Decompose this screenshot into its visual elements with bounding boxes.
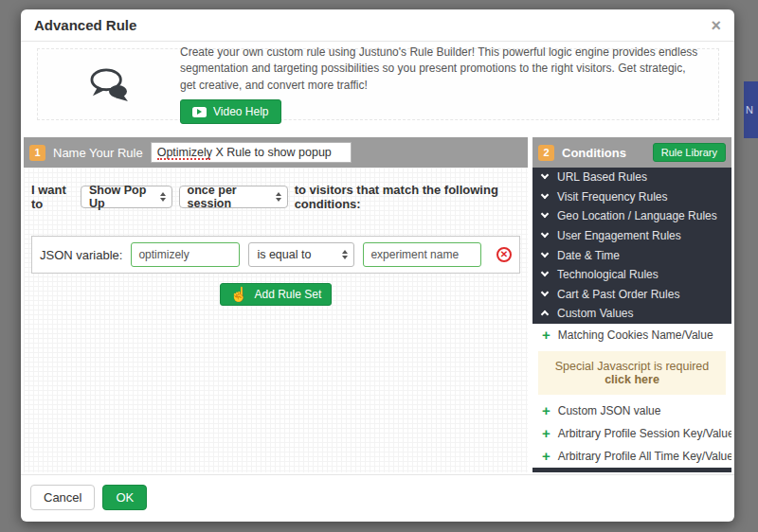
item-label: Matching Cookies Name/Value <box>558 328 713 342</box>
category-technological-rules[interactable]: Technological Rules <box>532 265 731 285</box>
comparison-value-input[interactable] <box>363 242 481 267</box>
category-label: Visit Frequency Rules <box>557 190 668 204</box>
item-label: Arbitrary Profile Session Key/Value <box>558 427 731 440</box>
hand-pointer-icon: ☝ <box>230 288 248 301</box>
category-geo-location-language-rules[interactable]: Geo Location / Language Rules <box>532 206 731 226</box>
category-label: User Engagement Rules <box>557 229 681 242</box>
chevron-down-icon <box>541 249 549 257</box>
select-stepper-icon <box>160 192 166 202</box>
select-stepper-icon <box>342 250 348 259</box>
dialog-title: Advanced Rule <box>34 17 136 33</box>
main-content: 1 Name Your Rule I want to Show Pop Up o… <box>24 137 731 472</box>
spellcheck-squiggle <box>157 158 210 160</box>
item-label: Arbitrary Profile All Time Key/Value <box>558 450 731 463</box>
step-2-badge: 2 <box>538 145 554 161</box>
category-custom-values[interactable]: Custom Values <box>532 304 731 324</box>
add-rule-set-button[interactable]: ☝ Add Rule Set <box>220 283 332 306</box>
notice-click-here-link[interactable]: click here <box>605 373 659 386</box>
advanced-rule-dialog: Advanced Rule × Create your own custom r… <box>21 9 734 522</box>
dialog-header: Advanced Rule × <box>21 9 734 42</box>
rule-builder-panel: 1 Name Your Rule I want to Show Pop Up o… <box>24 137 528 472</box>
category-label: Geo Location / Language Rules <box>557 209 717 222</box>
frequency-select[interactable]: once per session <box>179 186 288 208</box>
delete-rule-icon[interactable]: ✕ <box>496 247 512 262</box>
name-rule-label: Name Your Rule <box>53 146 143 160</box>
conditions-title: Conditions <box>562 146 626 160</box>
speech-bubbles-icon <box>87 66 131 102</box>
action-select-value: Show Pop Up <box>89 184 153 210</box>
select-stepper-icon <box>276 192 281 202</box>
category-label: Technological Rules <box>557 268 659 281</box>
video-help-label: Video Help <box>213 105 269 118</box>
conditions-list: URL Based Rules Visit Frequency Rules Ge… <box>532 168 731 472</box>
chevron-down-icon <box>541 210 549 218</box>
cancel-button[interactable]: Cancel <box>30 485 95 510</box>
rule-library-button[interactable]: Rule Library <box>653 143 726 162</box>
rule-canvas: I want to Show Pop Up once per session t… <box>24 168 528 472</box>
category-date-time[interactable]: Date & Time <box>532 245 731 265</box>
item-matching-cookies[interactable]: + Matching Cookies Name/Value <box>532 324 731 346</box>
frequency-select-value: once per session <box>188 184 268 210</box>
add-rule-set-label: Add Rule Set <box>255 288 322 301</box>
intro-text-column: Create your own custom rule using Justun… <box>180 44 718 124</box>
name-rule-header: 1 Name Your Rule <box>24 137 528 168</box>
item-arbitrary-profile-all-time[interactable]: + Arbitrary Profile All Time Key/Value <box>532 445 731 468</box>
custom-values-section: + Matching Cookies Name/Value Special Ja… <box>532 324 731 468</box>
conditions-panel: 2 Conditions Rule Library URL Based Rule… <box>532 137 731 472</box>
rule-row-label: JSON variable: <box>40 248 122 262</box>
operator-select-value: is equal to <box>257 248 311 261</box>
item-label: Custom JSON value <box>558 404 661 417</box>
category-user-engagement-rules[interactable]: User Engagement Rules <box>532 226 731 246</box>
javascript-notice: Special Javascript is required click her… <box>538 351 726 395</box>
chevron-down-icon <box>541 269 549 276</box>
dialog-footer: Cancel OK <box>21 474 734 522</box>
plus-icon: + <box>542 405 550 417</box>
plus-icon: + <box>542 428 550 439</box>
plus-icon: + <box>542 451 550 462</box>
chevron-up-icon <box>541 310 549 318</box>
json-variable-input[interactable] <box>131 242 240 267</box>
category-url-based-rules[interactable]: URL Based Rules <box>532 168 731 187</box>
chevron-down-icon <box>541 289 549 296</box>
conditions-header: 2 Conditions Rule Library <box>532 137 731 168</box>
item-custom-json-value[interactable]: + Custom JSON value <box>532 399 731 422</box>
item-arbitrary-profile-session[interactable]: + Arbitrary Profile Session Key/Value <box>532 422 731 445</box>
intro-icon-column <box>38 66 180 102</box>
intro-box: Create your own custom rule using Justun… <box>37 48 719 120</box>
chevron-down-icon <box>541 191 549 199</box>
add-rule-row: ☝ Add Rule Set <box>24 283 528 306</box>
category-label: Date & Time <box>557 249 620 262</box>
video-play-icon <box>192 107 207 117</box>
video-help-button[interactable]: Video Help <box>180 99 281 124</box>
category-label: Custom Values <box>557 307 633 320</box>
plus-icon: + <box>542 329 550 341</box>
operator-select[interactable]: is equal to <box>248 242 354 267</box>
category-visit-frequency-rules[interactable]: Visit Frequency Rules <box>532 187 731 207</box>
step-1-badge: 1 <box>29 145 45 161</box>
category-cart-past-order-rules[interactable]: Cart & Past Order Rules <box>532 285 731 305</box>
background-page-fragment: N <box>744 81 758 138</box>
want-prefix: I want to <box>31 183 74 211</box>
chevron-down-icon <box>541 171 549 179</box>
action-select[interactable]: Show Pop Up <box>81 186 172 208</box>
background-partial-label: N <box>746 104 753 115</box>
chevron-down-icon <box>541 230 549 238</box>
want-suffix: to visitors that match the following con… <box>295 183 528 211</box>
rule-condition-row: JSON variable: is equal to ✕ <box>31 236 520 274</box>
name-input-wrap <box>151 142 352 163</box>
close-icon[interactable]: × <box>711 19 721 32</box>
ok-button[interactable]: OK <box>102 485 147 510</box>
notice-text: Special Javascript is required <box>555 360 710 373</box>
want-row: I want to Show Pop Up once per session t… <box>24 168 528 211</box>
intro-description: Create your own custom rule using Justun… <box>180 44 699 94</box>
category-label: URL Based Rules <box>557 170 647 184</box>
category-label: Cart & Past Order Rules <box>557 288 679 301</box>
